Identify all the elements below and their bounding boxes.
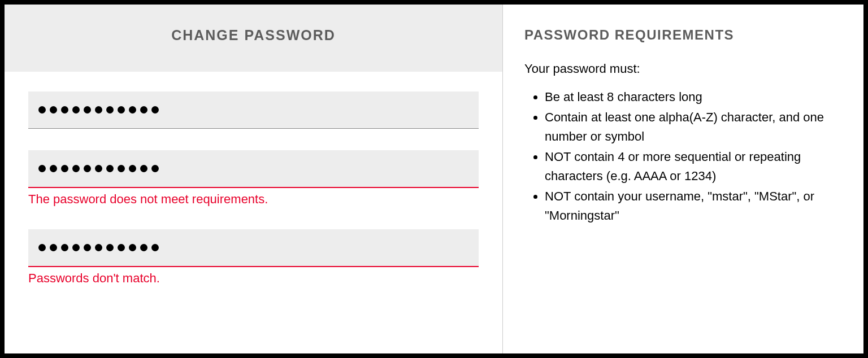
password-requirements-section: PASSWORD REQUIREMENTS Your password must… bbox=[503, 5, 863, 353]
confirm-password-error: Passwords don't match. bbox=[28, 270, 479, 287]
change-password-section: CHANGE PASSWORD The password does not me… bbox=[5, 5, 503, 353]
requirements-list: Be at least 8 characters longContain at … bbox=[524, 88, 842, 226]
requirements-title: PASSWORD REQUIREMENTS bbox=[524, 27, 842, 43]
confirm-password-input[interactable] bbox=[28, 229, 479, 267]
password-change-panel: CHANGE PASSWORD The password does not me… bbox=[0, 0, 868, 358]
list-item: NOT contain your username, "mstar", "MSt… bbox=[545, 187, 842, 225]
new-password-input[interactable] bbox=[28, 150, 479, 188]
new-password-group: The password does not meet requirements. bbox=[28, 150, 479, 208]
change-password-title: CHANGE PASSWORD bbox=[16, 27, 491, 43]
list-item: Contain at least one alpha(A-Z) characte… bbox=[545, 108, 842, 146]
current-password-input[interactable] bbox=[28, 91, 479, 129]
list-item: Be at least 8 characters long bbox=[545, 88, 842, 107]
change-password-header: CHANGE PASSWORD bbox=[5, 5, 502, 72]
confirm-password-group: Passwords don't match. bbox=[28, 229, 479, 287]
new-password-error: The password does not meet requirements. bbox=[28, 191, 479, 208]
current-password-group bbox=[28, 91, 479, 129]
password-mask-icon bbox=[38, 106, 468, 113]
password-mask-icon bbox=[38, 244, 468, 251]
requirements-intro: Your password must: bbox=[524, 61, 842, 77]
list-item: NOT contain 4 or more sequential or repe… bbox=[545, 147, 842, 186]
password-form: The password does not meet requirements.… bbox=[5, 72, 502, 319]
password-mask-icon bbox=[38, 165, 468, 172]
